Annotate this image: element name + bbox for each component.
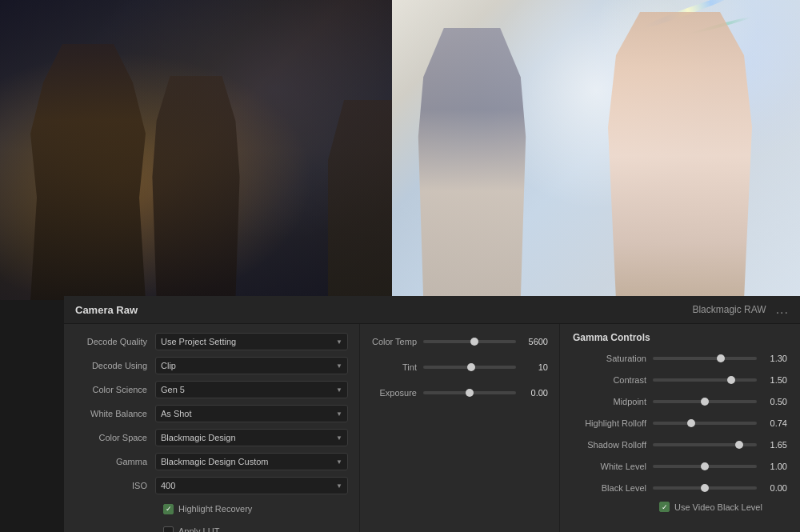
white-balance-row: White Balance As Shot ▼ <box>75 404 348 423</box>
apply-lut-row: Apply LUT <box>75 522 348 532</box>
use-video-text: Use Video Black Level <box>674 502 762 512</box>
color-temp-value: 5600 <box>516 337 548 346</box>
color-science-row: Color Science Gen 5 ▼ <box>75 380 348 399</box>
color-space-arrow: ▼ <box>336 434 342 442</box>
midpoint-label: Midpoint <box>573 397 653 406</box>
black-level-thumb[interactable] <box>701 484 709 492</box>
midpoint-value: 0.50 <box>757 397 787 406</box>
shadow-rolloff-value: 1.65 <box>757 440 787 450</box>
decode-using-row: Decode Using Clip ▼ <box>75 356 348 375</box>
midpoint-row: Midpoint 0.50 <box>573 393 787 410</box>
middle-controls: Color Temp 5600 Tint 10 Exposure <box>360 324 560 532</box>
white-balance-dropdown[interactable]: As Shot ▼ <box>155 405 348 422</box>
highlight-recovery-label[interactable]: ✓ Highlight Recovery <box>163 504 252 514</box>
color-science-dropdown[interactable]: Gen 5 ▼ <box>155 381 348 398</box>
exposure-label: Exposure <box>371 388 423 398</box>
figure-left-silhouette <box>24 44 152 300</box>
highlight-rolloff-track <box>653 422 757 425</box>
white-balance-label: White Balance <box>75 409 155 418</box>
white-level-row: White Level 1.00 <box>573 458 787 475</box>
exposure-row: Exposure 0.00 <box>371 383 548 402</box>
color-science-arrow: ▼ <box>336 386 342 394</box>
gamma-row: Gamma Blackmagic Design Custom ▼ <box>75 452 348 471</box>
tint-label: Tint <box>371 362 423 372</box>
contrast-label: Contrast <box>573 375 653 385</box>
midpoint-thumb[interactable] <box>701 398 709 406</box>
highlight-rolloff-label: Highlight Rolloff <box>573 418 653 428</box>
saturation-row: Saturation 1.30 <box>573 350 787 367</box>
color-temp-row: Color Temp 5600 <box>371 332 548 351</box>
saturation-label: Saturation <box>573 354 653 363</box>
use-video-label[interactable]: ✓ Use Video Black Level <box>659 502 762 512</box>
white-level-thumb[interactable] <box>701 462 709 470</box>
iso-label: ISO <box>75 481 155 490</box>
highlight-rolloff-value: 0.74 <box>757 418 787 428</box>
image-right <box>392 0 800 300</box>
color-temp-slider[interactable] <box>423 340 516 343</box>
decode-using-dropdown[interactable]: Clip ▼ <box>155 357 348 374</box>
decode-quality-row: Decode Quality Use Project Setting ▼ <box>75 332 348 351</box>
apply-lut-text: Apply LUT <box>178 526 219 532</box>
panel-content: Decode Quality Use Project Setting ▼ Dec… <box>64 324 800 532</box>
iso-dropdown[interactable]: 400 ▼ <box>155 477 348 494</box>
figure-r2 <box>600 12 760 300</box>
white-balance-arrow: ▼ <box>336 410 342 418</box>
color-science-label: Color Science <box>75 385 155 394</box>
color-temp-thumb[interactable] <box>470 338 478 346</box>
color-space-label: Color Space <box>75 433 155 442</box>
panel-menu-button[interactable]: ... <box>776 302 789 317</box>
saturation-slider[interactable] <box>653 357 757 360</box>
figure-r1 <box>408 28 536 300</box>
white-level-slider[interactable] <box>653 465 757 468</box>
panel-right-header: Blackmagic RAW ... <box>692 302 789 317</box>
decode-quality-dropdown[interactable]: Use Project Setting ▼ <box>155 333 348 350</box>
gamma-dropdown[interactable]: Blackmagic Design Custom ▼ <box>155 453 348 470</box>
color-space-row: Color Space Blackmagic Design ▼ <box>75 428 348 447</box>
image-area <box>0 0 800 300</box>
shadow-rolloff-slider[interactable] <box>653 443 757 446</box>
panel-title: Camera Raw <box>75 304 138 316</box>
panel-subtitle: Blackmagic RAW <box>692 304 766 315</box>
apply-lut-checkbox[interactable] <box>163 526 174 533</box>
saturation-thumb[interactable] <box>717 354 725 362</box>
black-level-slider[interactable] <box>653 486 757 490</box>
white-level-label: White Level <box>573 462 653 471</box>
figure-right-silhouette <box>328 100 392 300</box>
image-left <box>0 0 392 300</box>
use-video-checkbox[interactable]: ✓ <box>659 502 670 512</box>
decode-using-label: Decode Using <box>75 361 155 370</box>
highlight-rolloff-slider[interactable] <box>653 422 757 425</box>
color-space-dropdown[interactable]: Blackmagic Design ▼ <box>155 429 348 446</box>
highlight-recovery-checkbox[interactable]: ✓ <box>163 504 174 514</box>
tint-slider[interactable] <box>423 366 516 369</box>
contrast-thumb[interactable] <box>727 376 735 384</box>
iso-row: ISO 400 ▼ <box>75 476 348 495</box>
shadow-rolloff-row: Shadow Rolloff 1.65 <box>573 436 787 454</box>
apply-lut-label[interactable]: Apply LUT <box>163 526 219 533</box>
color-science-value: Gen 5 <box>161 385 185 394</box>
white-balance-value: As Shot <box>161 409 192 418</box>
highlight-rolloff-thumb[interactable] <box>687 419 695 427</box>
contrast-slider[interactable] <box>653 378 757 382</box>
saturation-value: 1.30 <box>757 354 787 363</box>
right-controls: Gamma Controls Saturation 1.30 Contrast … <box>560 324 800 532</box>
panel-header: Camera Raw Blackmagic RAW ... <box>64 296 800 324</box>
exposure-slider[interactable] <box>423 391 516 394</box>
use-video-checkmark: ✓ <box>662 503 668 511</box>
black-level-row: Black Level 0.00 <box>573 479 787 497</box>
figure-center-silhouette <box>144 76 248 300</box>
exposure-thumb[interactable] <box>466 389 474 397</box>
shadow-rolloff-thumb[interactable] <box>735 441 743 449</box>
midpoint-slider[interactable] <box>653 400 757 403</box>
decode-quality-value: Use Project Setting <box>161 337 236 346</box>
highlight-recovery-row: ✓ Highlight Recovery <box>75 500 348 518</box>
contrast-value: 1.50 <box>757 375 787 385</box>
iso-arrow: ▼ <box>336 482 342 490</box>
highlight-rolloff-row: Highlight Rolloff 0.74 <box>573 414 787 432</box>
tint-thumb[interactable] <box>467 363 475 371</box>
decode-quality-label: Decode Quality <box>75 337 155 346</box>
gamma-value: Blackmagic Design Custom <box>161 457 269 466</box>
gamma-controls-title: Gamma Controls <box>573 332 787 343</box>
color-space-value: Blackmagic Design <box>161 433 236 442</box>
contrast-track <box>653 378 757 382</box>
